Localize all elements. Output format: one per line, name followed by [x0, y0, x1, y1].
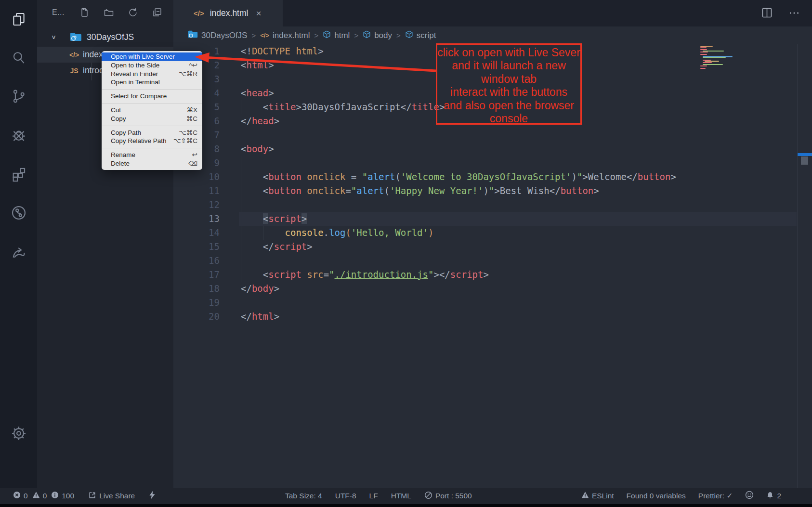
status-label: 100: [62, 492, 74, 500]
code-line-14[interactable]: 14 console.log('Hello, World'): [173, 226, 812, 240]
status-label: Found 0 variables: [627, 492, 686, 500]
annotation-line: and also open the browser: [437, 99, 580, 112]
status-label: HTML: [391, 492, 411, 500]
breadcrumb-separator: >: [354, 31, 358, 39]
new-file-icon[interactable]: [79, 7, 91, 20]
more-actions-icon[interactable]: [788, 7, 800, 21]
source-control-icon[interactable]: [0, 83, 37, 110]
info-icon: [51, 491, 59, 501]
code-line-18[interactable]: 18</body>: [173, 282, 812, 296]
status-item-lightning-icon[interactable]: [149, 491, 156, 501]
folder-name: 30DaysOfJS: [87, 32, 134, 42]
code-line-13[interactable]: 13 <script>: [173, 212, 812, 226]
breadcrumb-item-body[interactable]: body: [363, 30, 392, 41]
line-number: 16: [173, 254, 220, 268]
folder-icon: [188, 30, 198, 41]
menu-item-delete[interactable]: Delete⌫: [102, 159, 202, 168]
code-line-16[interactable]: 16: [173, 254, 812, 268]
code-text: </head>: [241, 114, 279, 128]
status-item-prettier-[interactable]: Prettier: ✓: [698, 492, 733, 500]
status-item-2[interactable]: 2: [766, 491, 781, 501]
code-line-8[interactable]: 8<body>: [173, 142, 812, 156]
warning-triangle-icon: [581, 491, 589, 501]
breadcrumb-label: 30DaysOfJS: [201, 31, 247, 40]
menu-item-open-with-live-server[interactable]: Open with Live Server: [102, 52, 202, 61]
new-folder-icon[interactable]: [103, 7, 115, 20]
code-text: <title>30DaysOfJavaScript</title>: [241, 100, 445, 114]
close-tab-icon[interactable]: ×: [256, 8, 261, 19]
status-label: Prettier: ✓: [698, 492, 733, 500]
status-label: 0: [43, 492, 47, 500]
error-icon: [13, 491, 21, 501]
annotation-line: click on open with Live Sever: [437, 46, 580, 59]
code-line-20[interactable]: 20</html>: [173, 310, 812, 324]
code-line-11[interactable]: 11 <button onclick="alert('Happy New Yea…: [173, 184, 812, 198]
menu-item-reveal-in-finder[interactable]: Reveal in Finder⌥⌘R: [102, 70, 202, 78]
split-editor-icon[interactable]: [760, 6, 773, 21]
status-item-0[interactable]: 0: [13, 491, 28, 501]
status-item-found-0-variables[interactable]: Found 0 variables: [627, 492, 686, 500]
status-item-tab-size-4[interactable]: Tab Size: 4: [285, 492, 322, 500]
code-text: <script>: [241, 212, 307, 226]
status-item-utf-8[interactable]: UTF-8: [335, 492, 356, 500]
collapse-all-icon[interactable]: [151, 7, 163, 20]
folder-row-30daysofjs[interactable]: ∨ 30DaysOfJS: [37, 28, 173, 46]
code-line-12[interactable]: 12: [173, 198, 812, 212]
breadcrumb-item-script[interactable]: script: [405, 30, 436, 41]
vscode-window: E... ∨ 30DaysOfJS </>index.htmlJSintrodu…: [0, 0, 812, 507]
status-item-smiley-icon[interactable]: [745, 491, 754, 501]
menu-item-copy-path[interactable]: Copy Path⌥⌘C: [102, 129, 202, 137]
status-item-100[interactable]: 100: [51, 491, 74, 501]
breadcrumb-item-html[interactable]: html: [323, 30, 350, 41]
annotation-line: interact with the buttons: [437, 86, 580, 99]
menu-item-rename[interactable]: Rename↩: [102, 151, 202, 159]
line-number: 11: [173, 184, 220, 198]
minimap[interactable]: [700, 46, 745, 69]
code-line-19[interactable]: 19: [173, 296, 812, 310]
code-line-15[interactable]: 15 </script>: [173, 240, 812, 254]
status-label: ESLint: [592, 492, 614, 500]
line-number: 17: [173, 268, 220, 282]
lightning-icon: [149, 491, 156, 501]
breadcrumb-item-30DaysOfJS[interactable]: 30DaysOfJS: [188, 30, 247, 41]
explorer-icon[interactable]: [0, 6, 37, 33]
code-text: <html>: [241, 58, 274, 72]
line-number: 14: [173, 226, 220, 240]
status-item-eslint[interactable]: ESLint: [581, 491, 614, 501]
html-file-icon: </>: [194, 9, 204, 17]
menu-item-select-for-compare[interactable]: Select for Compare: [102, 92, 202, 101]
code-line-17[interactable]: 17 <script src="./introduction.js"></scr…: [173, 268, 812, 282]
status-item-port-5500[interactable]: Port : 5500: [424, 491, 472, 501]
folder-icon: [70, 32, 82, 42]
status-item-lf[interactable]: LF: [369, 492, 378, 500]
debug-icon[interactable]: [0, 122, 37, 149]
menu-item-copy[interactable]: Copy⌘C: [102, 115, 202, 123]
menu-item-open-to-the-side[interactable]: Open to the Side^↩: [102, 61, 202, 70]
status-item-html[interactable]: HTML: [391, 492, 411, 500]
explorer-title: E...: [52, 8, 65, 17]
code-line-9[interactable]: 9: [173, 156, 812, 170]
breadcrumb-item-index.html[interactable]: </>index.html: [260, 31, 310, 40]
settings-gear-icon[interactable]: [0, 420, 37, 447]
refresh-icon[interactable]: [127, 7, 139, 20]
menu-item-cut[interactable]: Cut⌘X: [102, 106, 202, 115]
live-share-icon[interactable]: [0, 199, 37, 226]
menu-divider: [102, 89, 202, 90]
scrollbar-thumb[interactable]: [801, 156, 808, 165]
scrollbar-track[interactable]: [798, 44, 812, 488]
extensions-icon[interactable]: [0, 161, 37, 188]
feedback-icon[interactable]: [0, 238, 37, 265]
tab-index-html[interactable]: </> index.html ×: [173, 0, 283, 26]
search-icon[interactable]: [0, 44, 37, 71]
breadcrumb-separator: >: [314, 31, 318, 39]
tab-bar: </> index.html ×: [173, 0, 812, 26]
menu-item-copy-relative-path[interactable]: Copy Relative Path⌥⇧⌘C: [102, 137, 202, 145]
code-text: <!DOCTYPE html>: [241, 44, 324, 58]
menu-item-open-in-terminal[interactable]: Open in Terminal: [102, 78, 202, 87]
code-line-7[interactable]: 7: [173, 128, 812, 142]
code-text: <body>: [241, 142, 274, 156]
tab-label: index.html: [210, 8, 249, 18]
code-line-10[interactable]: 10 <button onclick = "alert('Welcome to …: [173, 170, 812, 184]
status-item-0[interactable]: 0: [32, 491, 47, 501]
status-item-live-share[interactable]: Live Share: [88, 491, 135, 501]
